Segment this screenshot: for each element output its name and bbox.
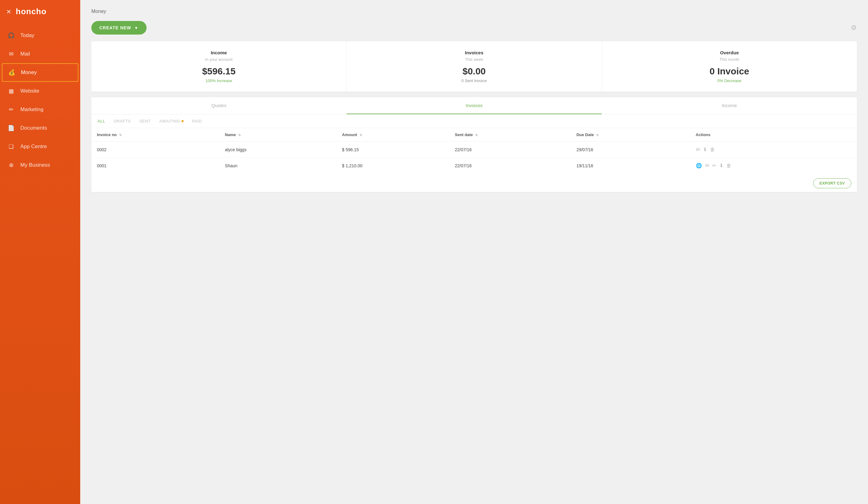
invoices-card: Invoices This week $0.00 0 Sent Invoice [347,41,602,92]
sort-invoice-no-icon[interactable]: ⇅ [119,133,122,137]
awaiting-label: AWAITING [159,119,180,123]
overdue-change: 0% Decrease [609,79,849,83]
sidebar-item-website[interactable]: ▦ Website [0,82,80,100]
money-icon: 💰 [8,69,16,76]
row1-due-date: 29/07/16 [571,142,690,158]
row2-download-icon[interactable]: ⬇ [719,163,723,168]
brand-logo: honcho [16,7,46,16]
sidebar-label-documents: Documents [20,125,47,131]
sidebar-label-website: Website [20,88,39,94]
tab-quotes[interactable]: Quotes [91,97,347,114]
sort-amount-icon[interactable]: ⇅ [360,133,362,137]
chevron-down-icon: ▼ [134,25,138,30]
invoice-table: Invoice no ⇅ Name ⇅ Amount ⇅ Sent date ⇅ [91,128,857,173]
sidebar: ✕ honcho 🎧 Today ✉ Mail 💰 Money ▦ Websit… [0,0,80,504]
col-amount[interactable]: Amount ⇅ [336,128,449,142]
row2-edit-icon[interactable]: ✏ [712,163,716,168]
app-centre-icon: ❏ [8,143,15,150]
income-card: Income In your account $596.15 100% Incr… [91,41,347,92]
invoices-value: $0.00 [354,66,594,76]
sidebar-label-marketing: Marketing [20,106,43,113]
row2-delete-icon[interactable]: 🗑 [726,163,731,168]
row1-invoice-no: 0002 [91,142,219,158]
row2-amount: $ 1,210.00 [336,158,449,174]
sidebar-label-my-business: My Business [20,162,50,168]
col-invoice-no[interactable]: Invoice no ⇅ [91,128,219,142]
col-due-date[interactable]: Due Date ⇅ [571,128,690,142]
row1-email-icon[interactable]: ✉ [696,147,700,153]
page-title: Money [91,9,857,14]
row2-globe-icon[interactable]: 🌐 [696,163,702,168]
row2-actions: 🌐 ✉ ✏ ⬇ 🗑 [690,158,857,174]
sidebar-item-documents[interactable]: 📄 Documents [0,119,80,137]
overdue-value: 0 Invoice [609,66,849,76]
row2-invoice-no: 0001 [91,158,219,174]
gear-icon[interactable]: ⚙ [851,24,857,32]
today-icon: 🎧 [8,32,15,39]
overdue-title: Overdue [609,50,849,55]
awaiting-dot [182,120,184,122]
row2-due-date: 19/11/16 [571,158,690,174]
summary-cards: Income In your account $596.15 100% Incr… [91,41,857,92]
row2-name: Shaun [219,158,337,174]
panel-tabs: Quotes Invoices Income [91,97,857,114]
create-new-button[interactable]: CREATE NEW ▼ [91,21,147,34]
row2-sent-date: 22/07/16 [449,158,571,174]
overdue-subtitle: This month [609,57,849,62]
sidebar-item-app-centre[interactable]: ❏ App Centre [0,137,80,156]
invoices-change: 0 Sent Invoice [354,79,594,83]
overdue-card: Overdue This month 0 Invoice 0% Decrease [602,41,857,92]
sidebar-label-mail: Mail [20,51,30,57]
row1-amount: $ 596.15 [336,142,449,158]
mail-icon: ✉ [8,50,15,58]
table-row: 0001 Shaun $ 1,210.00 22/07/16 19/11/16 … [91,158,857,174]
col-invoice-no-label: Invoice no [97,132,117,137]
create-new-label: CREATE NEW [99,25,131,30]
sidebar-item-marketing[interactable]: ✏ Marketing [0,100,80,119]
filter-drafts[interactable]: DRAFTS [114,119,131,123]
sidebar-item-mail[interactable]: ✉ Mail [0,45,80,63]
sidebar-item-money[interactable]: 💰 Money [2,63,79,82]
income-subtitle: In your account [99,57,339,62]
filter-tabs: ALL DRAFTS SENT AWAITING PAID [91,114,857,128]
main-content: Money CREATE NEW ▼ ⚙ Income In your acco… [80,0,868,504]
invoices-subtitle: This week [354,57,594,62]
row1-name: alyce biggs [219,142,337,158]
col-name[interactable]: Name ⇅ [219,128,337,142]
marketing-icon: ✏ [8,106,15,113]
row2-email-icon[interactable]: ✉ [705,163,709,168]
sort-due-date-icon[interactable]: ⇅ [596,133,599,137]
sort-sent-date-icon[interactable]: ⇅ [475,133,478,137]
col-sent-date-label: Sent date [455,132,473,137]
sidebar-item-my-business[interactable]: ⊕ My Business [0,156,80,174]
col-sent-date[interactable]: Sent date ⇅ [449,128,571,142]
tab-income[interactable]: Income [602,97,857,114]
nav-items: 🎧 Today ✉ Mail 💰 Money ▦ Website ✏ Marke… [0,26,80,174]
col-actions-label: Actions [696,132,711,137]
filter-awaiting[interactable]: AWAITING [159,119,183,123]
col-name-label: Name [225,132,236,137]
tab-invoices[interactable]: Invoices [347,97,602,114]
export-csv-button[interactable]: EXPORT CSV [813,178,851,188]
sort-name-icon[interactable]: ⇅ [238,133,241,137]
income-change: 100% Increase [99,79,339,83]
documents-icon: 📄 [8,124,15,132]
row1-delete-icon[interactable]: 🗑 [710,147,715,153]
col-actions: Actions [690,128,857,142]
website-icon: ▦ [8,88,15,95]
income-title: Income [99,50,339,55]
income-value: $596.15 [99,66,339,76]
sidebar-label-today: Today [20,32,34,39]
row1-download-icon[interactable]: ⬇ [703,147,707,153]
invoices-panel: Quotes Invoices Income ALL DRAFTS SENT A… [91,97,857,192]
close-icon[interactable]: ✕ [6,8,11,16]
col-amount-label: Amount [342,132,357,137]
sidebar-label-app-centre: App Centre [20,144,47,150]
filter-paid[interactable]: PAID [192,119,202,123]
my-business-icon: ⊕ [8,162,15,169]
sidebar-header: ✕ honcho [0,0,80,23]
filter-sent[interactable]: SENT [140,119,151,123]
toolbar: CREATE NEW ▼ ⚙ [91,21,857,34]
filter-all[interactable]: ALL [97,119,105,123]
sidebar-item-today[interactable]: 🎧 Today [0,26,80,45]
